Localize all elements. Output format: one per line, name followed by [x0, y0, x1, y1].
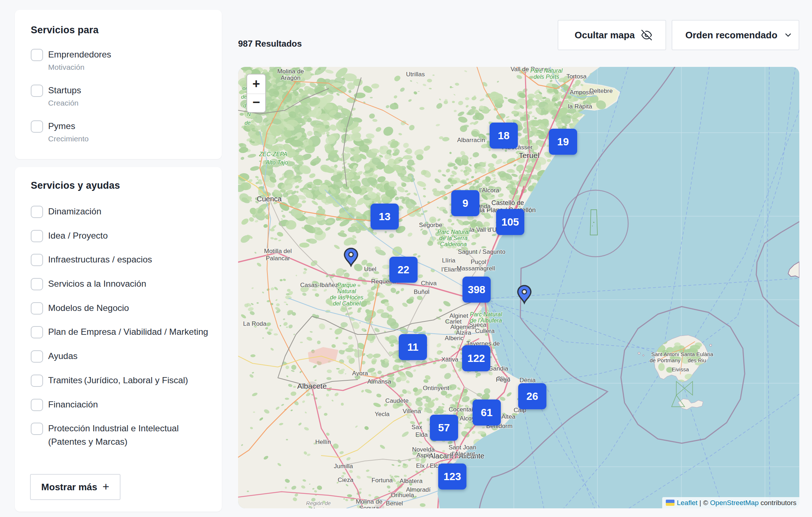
svg-text:Alto Tajo: Alto Tajo	[265, 159, 288, 166]
svg-text:Sax: Sax	[411, 424, 422, 431]
svg-text:Parque: Parque	[337, 282, 356, 288]
svg-text:Segorbe: Segorbe	[419, 222, 442, 228]
svg-text:d'Alacant: d'Alacant	[450, 450, 475, 457]
svg-text:Yecla: Yecla	[375, 411, 390, 418]
svg-text:des Riu: des Riu	[688, 357, 706, 363]
svg-text:Natural: Natural	[337, 288, 356, 294]
svg-text:Chiva: Chiva	[421, 280, 437, 287]
svg-text:Albatera: Albatera	[399, 478, 423, 484]
svg-text:Deltebre: Deltebre	[589, 87, 613, 94]
svg-text:Jumilla: Jumilla	[334, 463, 353, 470]
svg-text:Villena: Villena	[403, 408, 421, 415]
svg-text:Palancar: Palancar	[266, 255, 290, 262]
svg-text:de la Serra: de la Serra	[439, 235, 468, 241]
svg-text:Albacete: Albacete	[297, 382, 327, 390]
svg-text:Xàtiva: Xàtiva	[441, 356, 458, 363]
svg-text:Región de: Región de	[306, 500, 331, 506]
svg-text:Aspe: Aspe	[416, 452, 431, 459]
svg-text:Cuenca: Cuenca	[257, 195, 282, 203]
svg-text:Almansa: Almansa	[367, 378, 392, 385]
svg-text:de l'Albufera: de l'Albufera	[470, 317, 502, 324]
svg-text:Cullera: Cullera	[475, 328, 495, 334]
svg-text:Parc Natural: Parc Natural	[437, 229, 470, 235]
svg-text:Altea: Altea	[502, 413, 516, 420]
svg-text:Molina de: Molina de	[356, 498, 382, 505]
svg-text:la Ràpita: la Ràpita	[568, 103, 592, 110]
svg-text:Pego: Pego	[496, 376, 510, 383]
svg-text:Segura: Segura	[359, 505, 379, 508]
svg-text:Puçol: Puçol	[471, 258, 486, 265]
svg-text:Sagunt / Sagunto: Sagunt / Sagunto	[458, 248, 505, 255]
svg-text:ZEC-ZEPA: ZEC-ZEPA	[259, 151, 287, 157]
svg-text:Aragón: Aragón	[281, 74, 301, 81]
svg-text:de las Hoces: de las Hoces	[330, 294, 364, 300]
svg-text:Llíria: Llíria	[442, 257, 456, 264]
svg-text:Hellín: Hellín	[315, 439, 331, 445]
svg-text:Santa Eulària: Santa Eulària	[681, 351, 714, 357]
svg-text:Sant Joan: Sant Joan	[449, 444, 477, 451]
svg-text:de: de	[245, 120, 251, 126]
svg-text:dels Ports: dels Ports	[533, 74, 559, 80]
svg-text:Buñol: Buñol	[414, 289, 429, 295]
svg-text:Parc Natural: Parc Natural	[530, 68, 563, 74]
svg-text:Sant Antoni: Sant Antoni	[651, 351, 679, 357]
svg-text:Tortosa: Tortosa	[566, 73, 587, 80]
svg-text:Murcia: Murcia	[310, 506, 326, 508]
svg-text:Gandia: Gandia	[489, 365, 508, 372]
svg-text:del Cabriel: del Cabriel	[333, 300, 361, 307]
svg-text:Fortuna: Fortuna	[372, 477, 393, 484]
svg-text:Alzira: Alzira	[456, 329, 471, 336]
svg-text:Dénia: Dénia	[520, 377, 536, 384]
svg-text:Eivissa: Eivissa	[672, 366, 689, 372]
svg-text:Albarracín: Albarracín	[457, 137, 485, 144]
svg-text:Calderona: Calderona	[440, 241, 467, 247]
svg-text:Molina de: Molina de	[277, 68, 304, 75]
svg-text:de Portmany: de Portmany	[650, 357, 681, 363]
svg-text:Ontinyent: Ontinyent	[423, 385, 449, 392]
svg-text:Beniel: Beniel	[386, 500, 403, 507]
svg-text:Orihuela: Orihuela	[391, 492, 414, 499]
svg-text:Utrillas: Utrillas	[406, 71, 425, 78]
svg-text:Castelló de: Castelló de	[491, 199, 524, 206]
svg-text:Ayora: Ayora	[352, 370, 368, 377]
svg-text:Motilla del: Motilla del	[264, 248, 292, 255]
svg-text:Cieza: Cieza	[338, 477, 354, 483]
svg-text:Caudete: Caudete	[385, 397, 409, 404]
svg-text:Utiel: Utiel	[364, 266, 376, 273]
svg-text:l'Alcora: l'Alcora	[479, 187, 499, 194]
svg-text:Elda: Elda	[415, 431, 428, 438]
svg-text:Parc Natural: Parc Natural	[470, 311, 502, 317]
svg-text:Teruel: Teruel	[519, 151, 539, 159]
svg-text:Massamagrell: Massamagrell	[457, 265, 495, 272]
svg-text:Casas-Ibáñez: Casas-Ibáñez	[300, 282, 338, 289]
svg-text:La Roda: La Roda	[243, 320, 267, 327]
